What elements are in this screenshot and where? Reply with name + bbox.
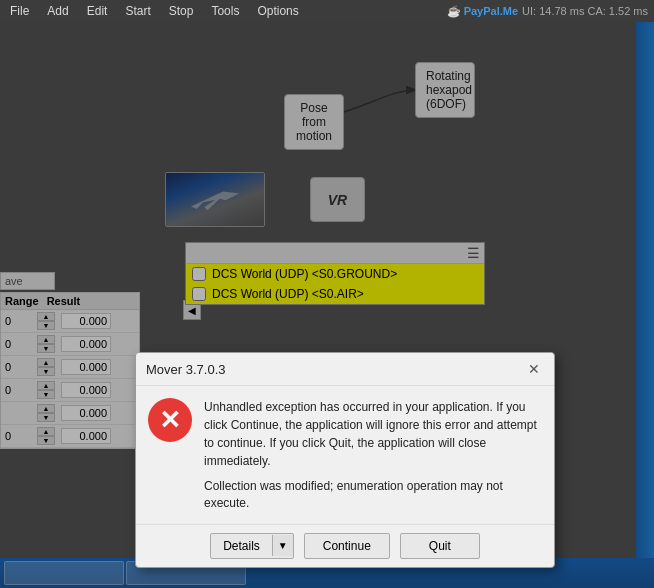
dialog-footer: Details ▼ Continue Quit (136, 524, 554, 567)
dialog-body: ✕ Unhandled exception has occurred in yo… (136, 386, 554, 524)
dialog-titlebar: Mover 3.7.0.3 ✕ (136, 353, 554, 386)
canvas-area: Pose frommotion Rotatinghexapod(6DOF) VR… (0, 22, 654, 588)
menu-stop[interactable]: Stop (165, 2, 198, 20)
quit-button[interactable]: Quit (400, 533, 480, 559)
menu-bar: File Add Edit Start Stop Tools Options ☕… (0, 0, 654, 22)
dialog-text: Unhandled exception has occurred in your… (204, 398, 542, 512)
error-icon: ✕ (148, 398, 192, 442)
brand-area: ☕ PayPal.Me UI: 14.78 ms CA: 1.52 ms (447, 5, 648, 18)
error-dialog: Mover 3.7.0.3 ✕ ✕ Unhandled exception ha… (135, 352, 555, 568)
brand-logo: ☕ PayPal.Me (447, 5, 518, 18)
details-main-button[interactable]: Details (211, 534, 272, 558)
details-dropdown-button[interactable]: ▼ (272, 535, 293, 556)
dialog-title: Mover 3.7.0.3 (146, 362, 226, 377)
menu-tools[interactable]: Tools (207, 2, 243, 20)
details-button-group[interactable]: Details ▼ (210, 533, 294, 559)
dialog-main-message: Unhandled exception has occurred in your… (204, 398, 542, 470)
dialog-secondary-message: Collection was modified; enumeration ope… (204, 478, 542, 512)
continue-button[interactable]: Continue (304, 533, 390, 559)
error-x-icon: ✕ (159, 405, 181, 436)
menu-file[interactable]: File (6, 2, 33, 20)
dialog-close-button[interactable]: ✕ (524, 359, 544, 379)
menu-edit[interactable]: Edit (83, 2, 112, 20)
menu-add[interactable]: Add (43, 2, 72, 20)
ui-info: UI: 14.78 ms CA: 1.52 ms (522, 5, 648, 17)
menu-start[interactable]: Start (121, 2, 154, 20)
menu-options[interactable]: Options (253, 2, 302, 20)
